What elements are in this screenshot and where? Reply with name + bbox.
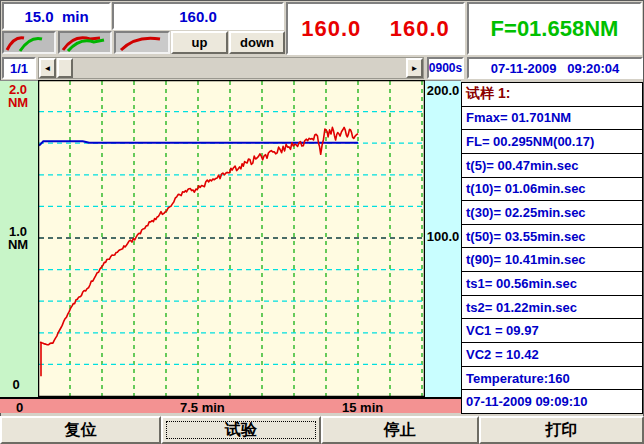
- stop-button[interactable]: 停止: [321, 416, 479, 444]
- reset-button[interactable]: 复位: [0, 416, 161, 444]
- x-axis-zero-label: 0: [16, 400, 23, 415]
- left-axis-gutter: 2.0NM 1.0NM 0: [0, 80, 38, 397]
- left-axis-mid-label: 1.0NM: [2, 225, 34, 251]
- t90-value: t(90)= 10.41min.sec: [461, 247, 643, 272]
- arrow-left-icon: ◄: [44, 64, 52, 73]
- rheometer-app-window: { "header": { "time_range": "15.0 min", …: [0, 0, 644, 444]
- t50-value: t(50)= 03.55min.sec: [461, 224, 643, 249]
- x-axis-mid-label: 7.5 min: [180, 400, 225, 415]
- left-axis-top-label: 2.0NM: [2, 83, 34, 109]
- dual-curves-view-button[interactable]: [2, 31, 56, 54]
- duration-display: 0900s: [427, 57, 464, 79]
- page-indicator: 1/1: [2, 57, 36, 79]
- focus-ring: [166, 421, 316, 439]
- force-readout: F=01.658NM: [467, 2, 642, 55]
- sample-title: 试样 1:: [461, 82, 643, 107]
- scroll-right-button[interactable]: ►: [406, 58, 423, 78]
- x-axis-bar: 0 7.5 min 15 min: [0, 397, 461, 413]
- datetime-display: 07-11-2009 09:20:04: [467, 57, 643, 79]
- fl-value: FL= 00.295NM(00.17): [461, 129, 643, 154]
- scale-value-display: 160.0: [112, 2, 284, 30]
- temperature-setting: Temperature:160: [461, 366, 643, 391]
- results-panel: 试样 1: Fmax= 01.701NM FL= 00.295NM(00.17)…: [461, 82, 643, 414]
- t30-value: t(30)= 02.25min.sec: [461, 200, 643, 225]
- time-range-display: 15.0 min: [2, 2, 111, 30]
- print-button[interactable]: 打印: [479, 416, 644, 444]
- chart-canvas: [38, 80, 425, 397]
- vc2-value: VC2 = 10.42: [461, 342, 643, 367]
- right-axis-mid-label: 100.0: [426, 230, 460, 243]
- vc1-value: VC1 = 09.97: [461, 318, 643, 343]
- down-button[interactable]: down: [229, 31, 285, 54]
- test-start-datetime: 07-11-2009 09:09:10: [461, 389, 643, 414]
- x-axis-end-label: 15 min: [342, 400, 383, 415]
- right-axis-top-label: 200.0: [426, 84, 460, 97]
- test-button[interactable]: 试验: [161, 416, 321, 444]
- torque-chart-plot: [38, 80, 425, 397]
- overlay-curves-view-button[interactable]: [58, 31, 112, 54]
- arrow-right-icon: ►: [411, 64, 419, 73]
- single-curve-icon: [116, 33, 168, 52]
- t5-value: t(5)= 00.47min.sec: [461, 153, 643, 178]
- single-curve-view-button[interactable]: [114, 31, 170, 54]
- ts1-value: ts1= 00.56min.sec: [461, 271, 643, 296]
- t10-value: t(10)= 01.06min.sec: [461, 177, 643, 202]
- right-axis-gutter: 200.0 100.0: [425, 80, 461, 397]
- chart-scrollbar[interactable]: ◄ ►: [38, 57, 424, 79]
- scrollbar-thumb[interactable]: [57, 58, 73, 78]
- ts2-value: ts2= 01.22min.sec: [461, 295, 643, 320]
- dual-curves-icon: [4, 33, 54, 52]
- scroll-left-button[interactable]: ◄: [39, 58, 56, 78]
- fmax-value: Fmax= 01.701NM: [461, 106, 643, 131]
- overlay-curves-icon: [60, 33, 110, 52]
- left-axis-zero-label: 0: [2, 378, 30, 391]
- temperature-readout: 160.0 160.0: [286, 2, 465, 55]
- up-button[interactable]: up: [171, 31, 228, 54]
